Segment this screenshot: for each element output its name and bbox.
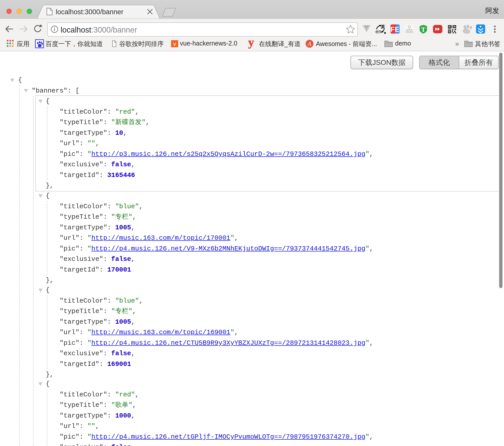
svg-text:T: T xyxy=(421,26,425,33)
svg-text:y: y xyxy=(248,37,254,49)
svg-text:en: en xyxy=(375,28,381,34)
svg-text:A: A xyxy=(307,40,312,47)
svg-text:E: E xyxy=(395,26,399,33)
svg-text:v: v xyxy=(173,41,176,47)
svg-text:F: F xyxy=(390,26,395,33)
svg-text:»: » xyxy=(455,40,459,48)
